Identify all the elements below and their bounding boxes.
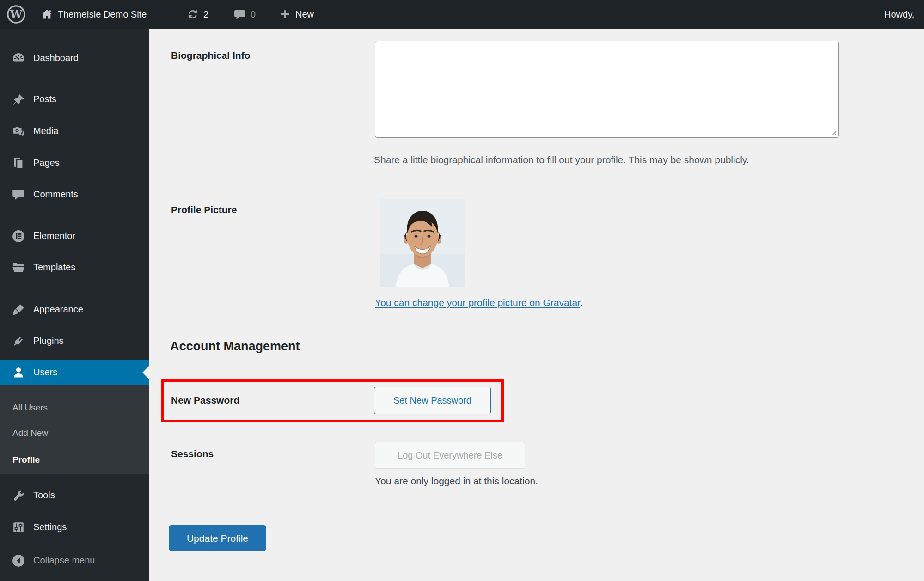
collapse-arrow-icon — [12, 554, 25, 568]
comments-bubble-icon — [12, 188, 25, 202]
svg-text:W: W — [10, 8, 23, 21]
sidebar-item-label: Pages — [33, 158, 60, 168]
bio-info-textarea[interactable] — [375, 41, 839, 138]
sidebar-item-media[interactable]: Media — [0, 118, 149, 144]
new-content-menu[interactable]: New — [280, 0, 314, 29]
update-count: 2 — [203, 9, 208, 20]
gravatar-link-row: You can change your profile picture on G… — [375, 297, 583, 308]
set-new-password-button[interactable]: Set New Password — [374, 387, 491, 414]
howdy-account-menu[interactable]: Howdy, — [884, 0, 914, 29]
sidebar-subitem-add-new[interactable]: Add New — [0, 423, 149, 443]
gravatar-link[interactable]: You can change your profile picture on G… — [375, 297, 580, 308]
wordpress-logo-icon: W — [6, 5, 26, 24]
pages-icon — [12, 156, 25, 170]
sidebar-item-label: Settings — [33, 522, 67, 532]
comment-bubble-icon — [233, 8, 246, 21]
settings-sliders-icon — [12, 520, 25, 534]
admin-sidebar: Dashboard Posts Media — [0, 29, 149, 581]
howdy-text: Howdy, — [884, 9, 914, 20]
open-folder-icon — [12, 261, 25, 275]
sidebar-item-label: Comments — [33, 189, 78, 200]
new-password-label: New Password — [171, 395, 239, 406]
comment-count: 0 — [251, 9, 256, 20]
wrench-icon — [12, 489, 25, 502]
log-out-everywhere-button[interactable]: Log Out Everywhere Else — [375, 442, 525, 469]
sidebar-item-templates[interactable]: Templates — [0, 255, 149, 280]
bio-info-label: Biographical Info — [171, 50, 251, 61]
sessions-note: You are only logged in at this location. — [375, 476, 538, 487]
user-person-icon — [12, 366, 25, 379]
sidebar-item-label: Plugins — [33, 336, 64, 346]
account-management-heading: Account Management — [170, 339, 300, 354]
pushpin-icon — [12, 92, 25, 106]
submenu-label: Profile — [12, 455, 40, 465]
sidebar-item-label: Media — [33, 126, 58, 136]
sidebar-subitem-all-users[interactable]: All Users — [0, 398, 149, 418]
sidebar-item-tools[interactable]: Tools — [0, 483, 149, 508]
camera-media-icon — [12, 124, 25, 138]
sidebar-item-pages[interactable]: Pages — [0, 150, 149, 176]
sessions-label: Sessions — [171, 448, 214, 459]
sidebar-item-appearance[interactable]: Appearance — [0, 297, 149, 322]
sidebar-item-label: Collapse menu — [33, 555, 95, 566]
plug-icon — [12, 334, 25, 348]
sidebar-item-elementor[interactable]: Elementor — [0, 223, 149, 249]
sidebar-item-label: Users — [33, 367, 57, 378]
admin-bar: W ThemeIsle Demo Site 2 — [0, 0, 924, 29]
site-name: ThemeIsle Demo Site — [58, 9, 147, 20]
elementor-icon — [12, 229, 25, 243]
updates-menu[interactable]: 2 — [187, 0, 208, 29]
collapse-menu-button[interactable]: Collapse menu — [0, 548, 149, 573]
sidebar-item-label: Dashboard — [33, 53, 79, 63]
update-profile-button[interactable]: Update Profile — [169, 525, 266, 551]
profile-form-content: Biographical Info Share a little biograp… — [149, 29, 924, 581]
dashboard-gauge-icon — [12, 51, 25, 65]
paintbrush-icon — [12, 303, 25, 317]
sidebar-item-posts[interactable]: Posts — [0, 86, 149, 112]
profile-picture-label: Profile Picture — [171, 204, 237, 215]
submenu-label: Add New — [12, 428, 48, 438]
sidebar-item-label: Tools — [33, 490, 55, 501]
submenu-label: All Users — [12, 403, 48, 413]
updates-icon — [187, 8, 199, 20]
profile-avatar — [380, 199, 465, 287]
new-label: New — [295, 9, 314, 20]
sidebar-item-plugins[interactable]: Plugins — [0, 328, 149, 354]
sidebar-item-label: Elementor — [33, 231, 75, 241]
sidebar-item-dashboard[interactable]: Dashboard — [0, 45, 149, 71]
home-icon — [41, 8, 53, 21]
sidebar-item-label: Templates — [33, 262, 75, 273]
sidebar-subitem-profile[interactable]: Profile — [0, 450, 149, 470]
sidebar-item-users[interactable]: Users — [0, 360, 149, 385]
comments-menu[interactable]: 0 — [233, 0, 256, 29]
site-name-menu[interactable]: ThemeIsle Demo Site — [41, 0, 147, 29]
wordpress-admin-screen: W ThemeIsle Demo Site 2 — [0, 0, 924, 581]
gravatar-link-period: . — [580, 297, 583, 308]
sidebar-item-comments[interactable]: Comments — [0, 182, 149, 207]
sidebar-item-settings[interactable]: Settings — [0, 514, 149, 540]
bio-description: Share a little biographical information … — [374, 154, 749, 165]
sidebar-item-label: Appearance — [33, 304, 83, 315]
sidebar-item-label: Posts — [33, 94, 56, 104]
wordpress-logo-menu[interactable]: W — [6, 0, 26, 29]
plus-icon — [280, 9, 291, 20]
